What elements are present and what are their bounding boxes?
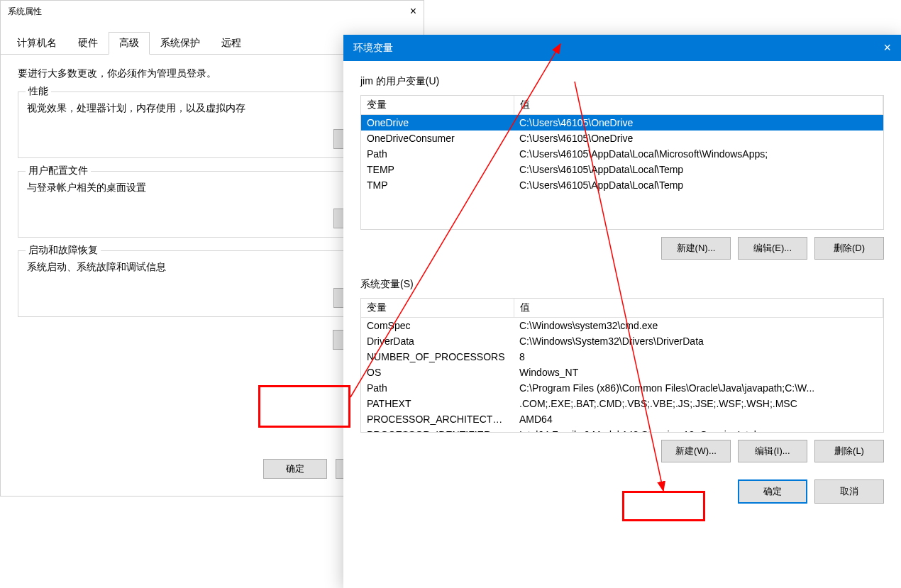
table-row[interactable]: TEMPC:\Users\46105\AppData\Local\Temp bbox=[361, 162, 883, 177]
var-name: NUMBER_OF_PROCESSORS bbox=[361, 349, 514, 365]
table-row[interactable]: TMPC:\Users\46105\AppData\Local\Temp bbox=[361, 177, 883, 193]
table-row[interactable]: OneDriveC:\Users\46105\OneDrive bbox=[361, 115, 883, 131]
syswin-title-text: 系统属性 bbox=[8, 6, 42, 18]
var-name: OneDrive bbox=[361, 115, 514, 131]
var-name: PATHEXT bbox=[361, 396, 514, 411]
table-row[interactable]: ComSpecC:\Windows\system32\cmd.exe bbox=[361, 318, 883, 334]
groupbox-desc: 系统启动、系统故障和调试信息 bbox=[27, 261, 397, 274]
col-var[interactable]: 变量 bbox=[361, 96, 514, 115]
groupbox-desc: 视觉效果，处理器计划，内存使用，以及虚拟内存 bbox=[27, 102, 397, 115]
var-name: DriverData bbox=[361, 333, 514, 349]
var-value: 8 bbox=[514, 349, 883, 365]
var-name: PROCESSOR_IDENTIFIER bbox=[361, 427, 514, 433]
table-row[interactable]: DriverDataC:\Windows\System32\Drivers\Dr… bbox=[361, 333, 883, 349]
var-name: OneDriveConsumer bbox=[361, 131, 514, 146]
var-name: PROCESSOR_ARCHITECTURE bbox=[361, 411, 514, 427]
col-var[interactable]: 变量 bbox=[361, 299, 514, 318]
user-vars-table[interactable]: 变量 值 OneDriveC:\Users\46105\OneDriveOneD… bbox=[360, 95, 884, 230]
sys-delete-button[interactable]: 删除(L) bbox=[814, 440, 884, 462]
user-delete-button[interactable]: 删除(D) bbox=[814, 237, 884, 260]
table-row[interactable]: NUMBER_OF_PROCESSORS8 bbox=[361, 349, 883, 365]
envdlg-ok-button[interactable]: 确定 bbox=[738, 479, 807, 504]
env-variables-dialog: 环境变量 × jim 的用户变量(U) 变量 值 OneDriveC:\User… bbox=[343, 35, 901, 588]
user-new-button[interactable]: 新建(N)... bbox=[661, 237, 731, 260]
var-value: C:\Users\46105\OneDrive bbox=[514, 115, 883, 131]
var-name: TMP bbox=[361, 177, 514, 193]
var-name: OS bbox=[361, 365, 514, 380]
sys-vars-table[interactable]: 变量 值 ComSpecC:\Windows\system32\cmd.exeD… bbox=[360, 298, 884, 433]
var-value: C:\Users\46105\AppData\Local\Microsoft\W… bbox=[514, 146, 883, 162]
var-value: C:\Users\46105\OneDrive bbox=[514, 131, 883, 146]
tab-2[interactable]: 高级 bbox=[109, 32, 150, 55]
table-row[interactable]: PROCESSOR_ARCHITECTUREAMD64 bbox=[361, 411, 883, 427]
var-value: .COM;.EXE;.BAT;.CMD;.VBS;.VBE;.JS;.JSE;.… bbox=[514, 396, 883, 411]
table-row[interactable]: PROCESSOR_IDENTIFIERIntel64 Family 6 Mod… bbox=[361, 427, 883, 433]
var-name: Path bbox=[361, 146, 514, 162]
var-value: C:\Users\46105\AppData\Local\Temp bbox=[514, 162, 883, 177]
groupbox-title: 启动和故障恢复 bbox=[26, 244, 101, 257]
var-name: Path bbox=[361, 380, 514, 396]
tab-0[interactable]: 计算机名 bbox=[6, 32, 67, 55]
groupbox-desc: 与登录帐户相关的桌面设置 bbox=[27, 182, 397, 194]
tab-4[interactable]: 远程 bbox=[211, 32, 252, 55]
sys-new-button[interactable]: 新建(W)... bbox=[661, 440, 731, 462]
groupbox-title: 性能 bbox=[26, 85, 51, 98]
sys-vars-label: 系统变量(S) bbox=[360, 278, 884, 291]
var-value: Intel64 Family 6 Model 142 Stepping 12, … bbox=[514, 427, 883, 433]
var-value: C:\Users\46105\AppData\Local\Temp bbox=[514, 177, 883, 193]
ok-button[interactable]: 确定 bbox=[263, 459, 327, 479]
var-value: C:\Program Files (x86)\Common Files\Orac… bbox=[514, 380, 883, 396]
tab-3[interactable]: 系统保护 bbox=[150, 32, 211, 55]
user-vars-label: jim 的用户变量(U) bbox=[360, 75, 884, 88]
var-name: TEMP bbox=[361, 162, 514, 177]
var-name: ComSpec bbox=[361, 318, 514, 334]
table-row[interactable]: PathC:\Program Files (x86)\Common Files\… bbox=[361, 380, 883, 396]
table-row[interactable]: PathC:\Users\46105\AppData\Local\Microso… bbox=[361, 146, 883, 162]
envdlg-titlebar: 环境变量 × bbox=[343, 35, 901, 61]
table-row[interactable]: PATHEXT.COM;.EXE;.BAT;.CMD;.VBS;.VBE;.JS… bbox=[361, 396, 883, 411]
envdlg-cancel-button[interactable]: 取消 bbox=[814, 479, 884, 504]
col-val[interactable]: 值 bbox=[514, 96, 883, 115]
close-icon[interactable]: × bbox=[883, 40, 891, 55]
col-val[interactable]: 值 bbox=[514, 299, 883, 318]
close-icon[interactable]: × bbox=[410, 5, 416, 18]
sys-edit-button[interactable]: 编辑(I)... bbox=[738, 440, 807, 462]
var-value: C:\Windows\system32\cmd.exe bbox=[514, 318, 883, 334]
var-value: AMD64 bbox=[514, 411, 883, 427]
groupbox-title: 用户配置文件 bbox=[26, 165, 91, 177]
var-value: C:\Windows\System32\Drivers\DriverData bbox=[514, 333, 883, 349]
table-row[interactable]: OneDriveConsumerC:\Users\46105\OneDrive bbox=[361, 131, 883, 146]
user-edit-button[interactable]: 编辑(E)... bbox=[738, 237, 807, 260]
syswin-titlebar: 系统属性 × bbox=[1, 1, 424, 22]
table-row[interactable]: OSWindows_NT bbox=[361, 365, 883, 380]
var-value: Windows_NT bbox=[514, 365, 883, 380]
envdlg-title-text: 环境变量 bbox=[353, 42, 393, 55]
tab-1[interactable]: 硬件 bbox=[67, 32, 109, 55]
